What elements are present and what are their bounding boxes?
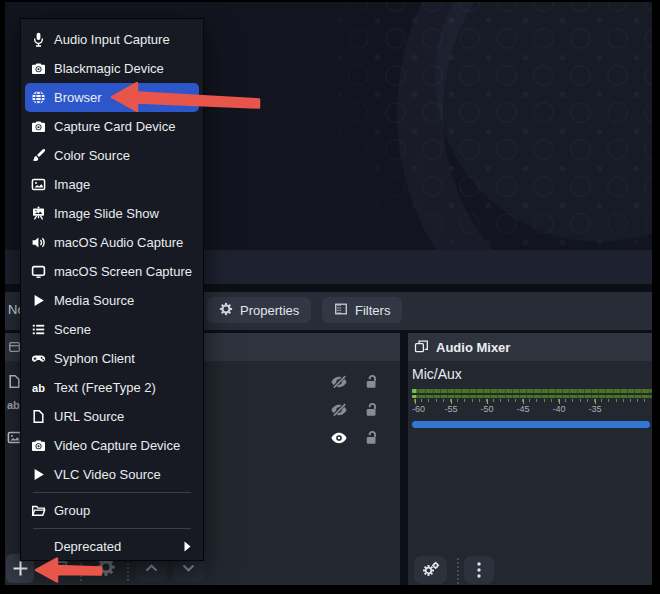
lock-toggle[interactable] — [362, 429, 380, 447]
menu-item-scene[interactable]: Scene — [25, 315, 199, 344]
speaker-icon — [31, 235, 46, 250]
scene-list-icon — [31, 322, 46, 337]
image-icon — [31, 177, 46, 192]
gear-icon — [219, 302, 233, 319]
menu-item-color-source[interactable]: Color Source — [25, 141, 199, 170]
audio-mixer-panel: Audio Mixer Mic/Aux -60 -55 -50 -45 -40 … — [408, 333, 652, 585]
visibility-toggle[interactable] — [330, 373, 348, 391]
panel-divider — [400, 333, 408, 585]
add-source-menu: Audio Input Capture Blackmagic Device Br… — [20, 18, 204, 561]
visibility-toggle[interactable] — [330, 429, 348, 447]
camera-icon — [31, 119, 46, 134]
eye-slash-icon — [330, 373, 348, 391]
audio-mixer-header[interactable]: Audio Mixer — [408, 333, 652, 361]
filters-button-label: Filters — [355, 303, 390, 318]
kebab-menu-icon — [476, 561, 482, 579]
camera-icon — [31, 438, 46, 453]
menu-item-blackmagic-device[interactable]: Blackmagic Device — [25, 54, 199, 83]
scale-label: -50 — [480, 404, 493, 414]
volume-meter-bar — [412, 395, 652, 399]
menu-item-browser[interactable]: Browser — [25, 83, 199, 112]
audio-mixer-title: Audio Mixer — [436, 340, 510, 355]
unlock-icon — [362, 429, 380, 447]
scale-label: -45 — [516, 404, 529, 414]
chevron-up-icon — [144, 562, 159, 574]
eye-slash-icon — [330, 401, 348, 419]
volume-slider[interactable] — [412, 421, 650, 428]
globe-icon — [31, 90, 46, 105]
visibility-toggle[interactable] — [330, 401, 348, 419]
dock-icon — [414, 339, 429, 358]
play-icon — [31, 467, 46, 482]
filters-icon — [334, 302, 348, 319]
unlock-icon — [362, 373, 380, 391]
menu-item-video-capture-device[interactable]: Video Capture Device — [25, 431, 199, 460]
menu-item-url-source[interactable]: URL Source — [25, 402, 199, 431]
text-ab-icon: ab — [31, 380, 46, 395]
scale-label: -60 — [412, 404, 425, 414]
menu-divider — [33, 492, 191, 493]
camera-icon — [31, 61, 46, 76]
scale-label: -55 — [444, 404, 457, 414]
folder-icon — [31, 503, 46, 518]
lock-toggle[interactable] — [362, 401, 380, 419]
menu-item-image-slide-show[interactable]: Image Slide Show — [25, 199, 199, 228]
menu-item-macos-screen-capture[interactable]: macOS Screen Capture — [25, 257, 199, 286]
volume-meter-bar — [412, 389, 652, 393]
properties-button-label: Properties — [240, 303, 299, 318]
document-icon — [31, 409, 46, 424]
menu-item-text-freetype2[interactable]: ab Text (FreeType 2) — [25, 373, 199, 402]
unlock-icon — [362, 401, 380, 419]
menu-item-media-source[interactable]: Media Source — [25, 286, 199, 315]
play-icon — [31, 293, 46, 308]
properties-button[interactable]: Properties — [207, 297, 311, 323]
menu-item-image[interactable]: Image — [25, 170, 199, 199]
lock-toggle[interactable] — [362, 373, 380, 391]
advanced-audio-button[interactable] — [414, 556, 447, 584]
meter-scale: -60 -55 -50 -45 -40 -35 — [412, 399, 652, 413]
mixer-channel-name: Mic/Aux — [412, 366, 462, 382]
obs-window: No Properties Filters — [0, 0, 660, 594]
menu-divider — [33, 528, 191, 529]
menu-item-macos-audio-capture[interactable]: macOS Audio Capture — [25, 228, 199, 257]
double-gear-icon — [422, 561, 440, 579]
menu-item-syphon-client[interactable]: Syphon Client — [25, 344, 199, 373]
mixer-menu-button[interactable] — [464, 556, 494, 584]
eye-icon — [330, 429, 348, 447]
meter-minor-ticks — [414, 399, 650, 402]
scale-label: -40 — [552, 404, 565, 414]
paintbrush-icon — [31, 148, 46, 163]
plus-icon — [12, 560, 29, 577]
display-icon — [31, 264, 46, 279]
menu-item-deprecated[interactable]: Deprecated — [25, 532, 199, 561]
scale-label: -35 — [588, 404, 601, 414]
preview-dot-pattern — [285, 2, 652, 250]
chevron-down-icon — [181, 562, 196, 574]
filters-button[interactable]: Filters — [322, 297, 402, 323]
menu-item-audio-input-capture[interactable]: Audio Input Capture — [25, 25, 199, 54]
submenu-arrow-icon — [184, 538, 191, 556]
menu-item-vlc-video-source[interactable]: VLC Video Source — [25, 460, 199, 489]
microphone-icon — [31, 32, 46, 47]
gamepad-icon — [31, 351, 46, 366]
menu-item-capture-card-device[interactable]: Capture Card Device — [25, 112, 199, 141]
toolbar-separator — [457, 558, 459, 584]
text-ab-icon: ab — [7, 399, 20, 411]
slideshow-icon — [31, 206, 46, 221]
menu-item-group[interactable]: Group — [25, 496, 199, 525]
